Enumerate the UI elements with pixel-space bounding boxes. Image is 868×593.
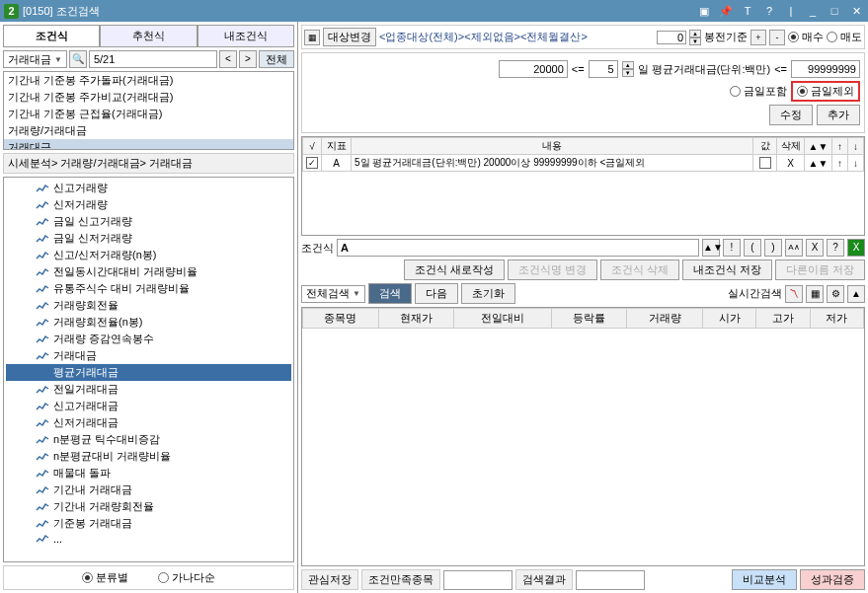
radio-sell[interactable]: 매도 xyxy=(827,30,862,44)
tree-node[interactable]: 매물대 돌파 xyxy=(6,465,291,482)
row-value-check[interactable] xyxy=(759,157,771,169)
and-op[interactable]: A∧ xyxy=(785,239,803,257)
tree-node[interactable]: 거래량회전율(n봉) xyxy=(6,314,291,331)
tree-node[interactable]: 신고거래대금 xyxy=(6,398,291,414)
row-down[interactable]: ↓ xyxy=(848,155,864,172)
result-header[interactable]: 등락률 xyxy=(551,309,627,329)
search-icon[interactable]: 🔍 xyxy=(69,50,87,68)
days-input[interactable] xyxy=(589,60,618,78)
category-item[interactable]: 기간내 기준봉 근접율(거래대금) xyxy=(4,106,293,122)
realtime-grid-icon[interactable]: ▦ xyxy=(806,285,824,303)
prev-icon[interactable]: < xyxy=(219,50,237,68)
next-icon[interactable]: > xyxy=(239,50,257,68)
radio-exclude-today[interactable]: 금일제외 xyxy=(797,84,854,99)
category-item[interactable]: 기간내 기준봉 주가돌파(거래대금) xyxy=(4,72,293,89)
radio-include-today[interactable]: 금일포함 xyxy=(730,84,787,99)
tree-node[interactable]: 거래대금 xyxy=(6,347,291,364)
tree-node[interactable]: 거래량 증감연속봉수 xyxy=(6,331,291,347)
tree-node[interactable]: 신저거래대금 xyxy=(6,414,291,431)
value2-input[interactable] xyxy=(791,60,860,78)
edit-button[interactable]: 수정 xyxy=(769,105,813,125)
help-icon[interactable]: ? xyxy=(761,5,777,18)
tree-node[interactable]: 전일거래대금 xyxy=(6,381,291,398)
cond-header[interactable]: ↑ xyxy=(832,138,848,155)
result-header[interactable]: 거래량 xyxy=(627,309,703,329)
result-header[interactable]: 저가 xyxy=(810,309,863,329)
pin-icon[interactable]: 📌 xyxy=(718,5,734,18)
results-count-input[interactable] xyxy=(576,570,645,590)
tree-node[interactable]: ... xyxy=(6,532,291,546)
cond-header[interactable]: 삭제 xyxy=(777,138,805,155)
cond-header[interactable]: √ xyxy=(303,138,322,155)
add-button[interactable]: 추가 xyxy=(817,105,860,125)
reset-button[interactable]: 초기화 xyxy=(461,283,515,304)
tree-node[interactable]: 신저거래량 xyxy=(6,196,291,213)
result-header[interactable]: 시가 xyxy=(702,309,755,329)
tab-mycondition[interactable]: 내조건식 xyxy=(197,25,294,46)
spin-up[interactable]: ▲ xyxy=(689,30,701,37)
category-item[interactable]: 거래대금 xyxy=(4,139,293,150)
row-updown[interactable]: ▲▼ xyxy=(805,155,832,172)
lparen-op[interactable]: ( xyxy=(744,239,761,257)
settings-icon[interactable]: ⚙ xyxy=(827,285,844,303)
row-delete[interactable]: X xyxy=(777,155,805,172)
days-down[interactable]: ▼ xyxy=(622,69,634,77)
next-button[interactable]: 다음 xyxy=(415,283,458,304)
tree-node[interactable]: 평균거래대금 xyxy=(6,364,291,381)
value1-input[interactable] xyxy=(499,60,568,78)
tree-node[interactable]: 거래량회전율 xyxy=(6,297,291,314)
result-header[interactable]: 전일대비 xyxy=(454,309,552,329)
help-op[interactable]: ? xyxy=(827,239,844,257)
matched-count-input[interactable] xyxy=(443,570,513,590)
minus-button[interactable]: - xyxy=(769,30,785,45)
tree-node[interactable]: 기준봉 거래대금 xyxy=(6,515,291,532)
cond-header[interactable]: ▲▼ xyxy=(805,138,832,155)
row-up[interactable]: ↑ xyxy=(832,155,848,172)
interest-save-label[interactable]: 관심저장 xyxy=(301,569,358,590)
scope-dropdown[interactable]: 전체검색 xyxy=(301,285,365,303)
compare-button[interactable]: 비교분석 xyxy=(732,569,797,590)
result-header[interactable]: 고가 xyxy=(756,309,810,329)
text-icon[interactable]: T xyxy=(740,5,755,18)
not-op[interactable]: ! xyxy=(723,239,741,257)
sort-alpha[interactable]: 가나다순 xyxy=(158,570,215,585)
cond-header[interactable]: 내용 xyxy=(352,138,753,155)
maximize-icon[interactable]: □ xyxy=(827,5,842,18)
tree-node[interactable]: 신고/신저거래량(n봉) xyxy=(6,247,291,263)
new-formula-button[interactable]: 조건식 새로작성 xyxy=(404,259,505,280)
tab-condition[interactable]: 조건식 xyxy=(3,25,100,46)
tree-node[interactable]: 유통주식수 대비 거래량비율 xyxy=(6,280,291,297)
tree-node[interactable]: 금일 신저거래량 xyxy=(6,230,291,247)
expr-input[interactable]: A xyxy=(337,239,699,257)
save-as-button[interactable]: 다른이름 저장 xyxy=(775,259,865,280)
tree-node[interactable]: 기간내 거래량회전율 xyxy=(6,498,291,515)
tree-node[interactable]: 전일동시간대대비 거래량비율 xyxy=(6,263,291,280)
tree-node[interactable]: n분평균 틱수대비증감 xyxy=(6,431,291,448)
category-item[interactable]: 거래량/거래대금 xyxy=(4,122,293,139)
rename-button[interactable]: 조건식명 변경 xyxy=(508,259,597,280)
cond-header[interactable]: 지표 xyxy=(322,138,352,155)
erase-op[interactable]: X xyxy=(806,239,824,257)
radio-buy[interactable]: 매수 xyxy=(788,30,824,44)
tree-node[interactable]: 신고거래량 xyxy=(6,180,291,196)
delete-button[interactable]: 조건식 삭제 xyxy=(600,259,679,280)
tab-recommend[interactable]: 추천식 xyxy=(100,25,197,46)
bong-offset[interactable]: 0 xyxy=(657,31,686,44)
performance-button[interactable]: 성과검증 xyxy=(800,569,865,590)
search-category-dropdown[interactable]: 거래대금 xyxy=(3,50,67,68)
search-button[interactable]: 검색 xyxy=(368,283,412,304)
tool-icon-1[interactable]: ▣ xyxy=(696,5,712,18)
expand-icon[interactable]: ▦ xyxy=(304,30,320,45)
sort-category[interactable]: 분류별 xyxy=(82,570,128,585)
excel-icon[interactable]: X xyxy=(847,239,865,257)
cond-header[interactable]: 값 xyxy=(753,138,777,155)
tree-node[interactable]: 기간내 거래대금 xyxy=(6,482,291,498)
result-header[interactable]: 현재가 xyxy=(378,309,454,329)
cond-header[interactable]: ↓ xyxy=(848,138,864,155)
all-button[interactable]: 전체 xyxy=(259,50,294,68)
rparen-op[interactable]: ) xyxy=(764,239,782,257)
minimize-icon[interactable]: _ xyxy=(805,5,821,18)
result-header[interactable]: 종목명 xyxy=(303,309,379,329)
spin-down[interactable]: ▼ xyxy=(689,37,701,45)
category-item[interactable]: 기간내 기준봉 주가비교(거래대금) xyxy=(4,89,293,106)
